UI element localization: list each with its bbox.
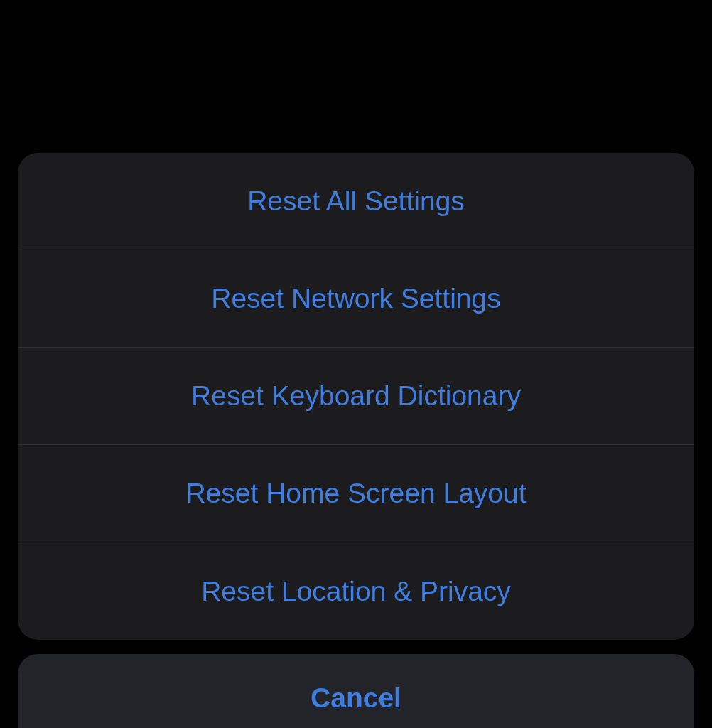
- option-label: Reset Network Settings: [211, 283, 501, 314]
- cancel-button[interactable]: Cancel: [18, 654, 694, 728]
- reset-all-settings-button[interactable]: Reset All Settings: [18, 153, 694, 250]
- options-group: Reset All Settings Reset Network Setting…: [18, 153, 694, 640]
- option-label: Reset All Settings: [247, 186, 465, 217]
- reset-location-privacy-button[interactable]: Reset Location & Privacy: [18, 542, 694, 640]
- action-sheet: Reset All Settings Reset Network Setting…: [18, 153, 694, 728]
- option-label: Reset Home Screen Layout: [185, 478, 526, 509]
- option-label: Reset Location & Privacy: [201, 576, 511, 607]
- reset-network-settings-button[interactable]: Reset Network Settings: [18, 250, 694, 348]
- option-label: Reset Keyboard Dictionary: [191, 380, 521, 412]
- reset-keyboard-dictionary-button[interactable]: Reset Keyboard Dictionary: [18, 348, 694, 445]
- cancel-label: Cancel: [311, 682, 401, 714]
- reset-home-screen-layout-button[interactable]: Reset Home Screen Layout: [18, 445, 694, 542]
